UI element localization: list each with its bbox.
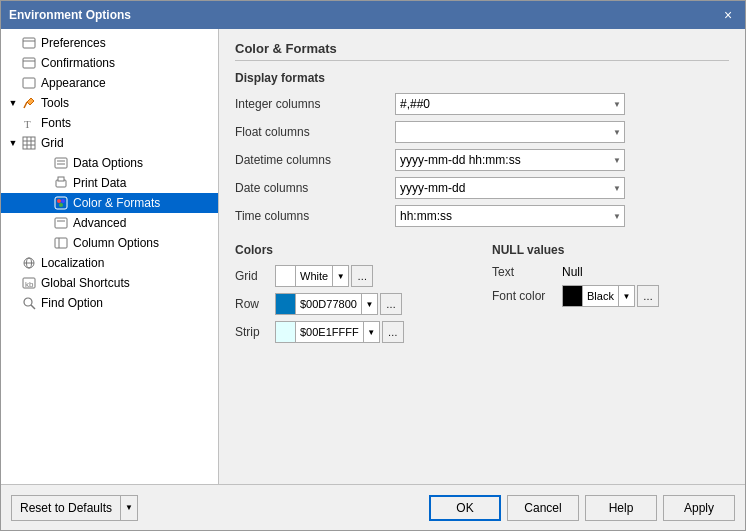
grid-icon — [21, 135, 37, 151]
svg-line-5 — [24, 102, 27, 108]
datetime-columns-wrapper: yyyy-mm-dd hh:mm:ss — [395, 149, 729, 171]
data-options-icon — [53, 155, 69, 171]
svg-rect-12 — [55, 158, 67, 168]
global-shortcuts-icon: kb — [21, 275, 37, 291]
expand-icon: ▼ — [5, 98, 21, 108]
date-columns-wrapper: yyyy-mm-dd — [395, 177, 729, 199]
sidebar-item-print-data[interactable]: Print Data — [1, 173, 218, 193]
integer-columns-label: Integer columns — [235, 97, 395, 111]
strip-color-label: Strip — [235, 325, 275, 339]
main-panel: Color & Formats Display formats Integer … — [219, 29, 745, 484]
null-font-color-more[interactable]: … — [637, 285, 659, 307]
sidebar-item-confirmations[interactable]: Confirmations — [1, 53, 218, 73]
reset-to-defaults-arrow[interactable]: ▼ — [120, 495, 138, 521]
null-text-value: Null — [562, 265, 583, 279]
svg-rect-4 — [23, 78, 35, 88]
find-option-label: Find Option — [41, 296, 103, 310]
fonts-label: Fonts — [41, 116, 71, 130]
display-formats-title: Display formats — [235, 71, 729, 85]
expand-icon: ▼ — [5, 138, 21, 148]
sidebar-item-fonts[interactable]: T Fonts — [1, 113, 218, 133]
close-button[interactable]: × — [719, 6, 737, 24]
row-color-arrow[interactable]: ▼ — [361, 294, 377, 314]
reset-to-defaults-button[interactable]: Reset to Defaults — [11, 495, 120, 521]
tools-icon — [21, 95, 37, 111]
null-font-color-swatch — [563, 286, 583, 306]
grid-color-label: Grid — [235, 269, 275, 283]
cancel-button[interactable]: Cancel — [507, 495, 579, 521]
advanced-icon — [53, 215, 69, 231]
color-formats-label: Color & Formats — [73, 196, 160, 210]
confirmations-label: Confirmations — [41, 56, 115, 70]
row-color-more[interactable]: … — [380, 293, 402, 315]
datetime-columns-label: Datetime columns — [235, 153, 395, 167]
float-columns-row: Float columns — [235, 121, 729, 143]
svg-point-20 — [59, 203, 63, 207]
null-font-color-picker: Black ▼ — [562, 285, 635, 307]
bottom-right: OK Cancel Help Apply — [429, 495, 735, 521]
help-button[interactable]: Help — [585, 495, 657, 521]
time-columns-label: Time columns — [235, 209, 395, 223]
float-columns-wrapper — [395, 121, 729, 143]
reset-to-defaults-group: Reset to Defaults ▼ — [11, 495, 138, 521]
sidebar-item-global-shortcuts[interactable]: kb Global Shortcuts — [1, 273, 218, 293]
strip-color-swatch — [276, 322, 296, 342]
null-font-color-label: Font color — [492, 289, 562, 303]
column-options-icon — [53, 235, 69, 251]
integer-columns-dropdown[interactable]: #,##0 — [395, 93, 625, 115]
null-values-box: NULL values Text Null Font color Black ▼… — [492, 243, 729, 349]
datetime-columns-dropdown-wrapper: yyyy-mm-dd hh:mm:ss — [395, 149, 625, 171]
sidebar-item-column-options[interactable]: Column Options — [1, 233, 218, 253]
window-title: Environment Options — [9, 8, 131, 22]
time-columns-dropdown[interactable]: hh:mm:ss — [395, 205, 625, 227]
sidebar-item-find-option[interactable]: Find Option — [1, 293, 218, 313]
color-formats-icon — [53, 195, 69, 211]
global-shortcuts-label: Global Shortcuts — [41, 276, 130, 290]
svg-point-19 — [61, 199, 65, 203]
strip-color-text: $00E1FFFF — [296, 326, 363, 338]
svg-rect-23 — [55, 238, 67, 248]
grid-color-more[interactable]: … — [351, 265, 373, 287]
row-color-row: Row $00D77800 ▼ … — [235, 293, 472, 315]
sidebar-item-localization[interactable]: Localization — [1, 253, 218, 273]
sidebar-item-advanced[interactable]: Advanced — [1, 213, 218, 233]
strip-color-picker: $00E1FFFF ▼ — [275, 321, 380, 343]
row-color-swatch — [276, 294, 296, 314]
strip-color-row: Strip $00E1FFFF ▼ … — [235, 321, 472, 343]
strip-color-arrow[interactable]: ▼ — [363, 322, 379, 342]
date-columns-label: Date columns — [235, 181, 395, 195]
bottom-bar: Reset to Defaults ▼ OK Cancel Help Apply — [1, 484, 745, 530]
time-columns-row: Time columns hh:mm:ss — [235, 205, 729, 227]
sidebar-item-preferences[interactable]: Preferences — [1, 33, 218, 53]
grid-color-row: Grid White ▼ … — [235, 265, 472, 287]
sidebar-item-tools[interactable]: ▼ Tools — [1, 93, 218, 113]
svg-rect-7 — [23, 137, 35, 149]
null-font-color-arrow[interactable]: ▼ — [618, 286, 634, 306]
svg-text:T: T — [24, 118, 31, 130]
float-columns-dropdown[interactable] — [395, 121, 625, 143]
colors-section: Colors Grid White ▼ … Row — [235, 243, 729, 349]
date-columns-dropdown[interactable]: yyyy-mm-dd — [395, 177, 625, 199]
sidebar-item-grid[interactable]: ▼ Grid — [1, 133, 218, 153]
null-font-color-text: Black — [583, 290, 618, 302]
svg-point-18 — [57, 199, 61, 203]
print-data-label: Print Data — [73, 176, 126, 190]
sidebar-item-data-options[interactable]: Data Options — [1, 153, 218, 173]
sidebar-item-appearance[interactable]: Appearance — [1, 73, 218, 93]
ok-button[interactable]: OK — [429, 495, 501, 521]
colors-box: Colors Grid White ▼ … Row — [235, 243, 472, 349]
apply-button[interactable]: Apply — [663, 495, 735, 521]
row-color-label: Row — [235, 297, 275, 311]
datetime-columns-dropdown[interactable]: yyyy-mm-dd hh:mm:ss — [395, 149, 625, 171]
advanced-label: Advanced — [73, 216, 126, 230]
print-data-icon — [53, 175, 69, 191]
colors-title: Colors — [235, 243, 472, 257]
svg-rect-16 — [58, 177, 64, 181]
sidebar-item-color-formats[interactable]: Color & Formats — [1, 193, 218, 213]
date-columns-dropdown-wrapper: yyyy-mm-dd — [395, 177, 625, 199]
grid-color-arrow[interactable]: ▼ — [332, 266, 348, 286]
tools-label: Tools — [41, 96, 69, 110]
strip-color-more[interactable]: … — [382, 321, 404, 343]
data-options-label: Data Options — [73, 156, 143, 170]
svg-rect-21 — [55, 218, 67, 228]
